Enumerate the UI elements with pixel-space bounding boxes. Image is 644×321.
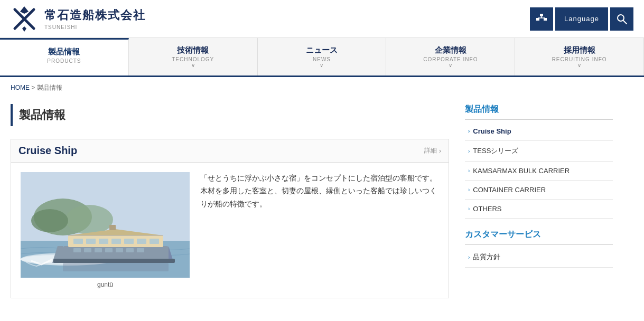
logo-icon — [11, 5, 38, 33]
sidebar-link-cruise-ship[interactable]: › Cruise Ship — [465, 122, 613, 140]
sidebar-item-cruise-ship[interactable]: › Cruise Ship — [465, 122, 613, 141]
nav-en-recruiting: RECRUITING INFO — [520, 56, 638, 62]
chevron-icon-5: › — [468, 254, 470, 260]
article-image-wrap: guntû — [21, 172, 190, 288]
nav-item-recruiting[interactable]: 採用情報 RECRUITING INFO ∨ — [515, 38, 644, 75]
sidebar-label-others: OTHERS — [473, 205, 501, 213]
chevron-icon-1: › — [468, 148, 470, 154]
sitemap-button[interactable] — [530, 7, 553, 31]
breadcrumb: HOME > 製品情報 — [0, 77, 644, 99]
nav-en-news: NEWS — [263, 56, 381, 62]
svg-rect-34 — [84, 248, 91, 252]
page-title-area: 製品情報 — [11, 104, 449, 126]
svg-rect-23 — [53, 259, 175, 263]
sidebar-link-quality[interactable]: › 品質方針 — [465, 247, 613, 267]
detail-label: 詳細 — [424, 146, 437, 155]
breadcrumb-current: 製品情報 — [37, 84, 62, 91]
sidebar-label-tess: TESSシリーズ — [473, 146, 518, 156]
article-image — [21, 172, 190, 278]
sidebar-label-kamsarmax: KAMSARMAX BULK CARRIER — [473, 167, 570, 175]
nav-list: 製品情報 PRODUCTS 技術情報 TECHNOLOGY ∨ ニュース NEW… — [0, 38, 644, 75]
nav-jp-technology: 技術情報 — [134, 45, 252, 55]
nav-link-corporate[interactable]: 企業情報 CORPORATE INFO ∨ — [386, 38, 515, 75]
logo-text-area: 常石造船株式会社 TSUNEISHI — [44, 7, 146, 30]
sidebar-customer-list: › 品質方針 — [465, 247, 613, 268]
nav-link-technology[interactable]: 技術情報 TECHNOLOGY ∨ — [129, 38, 257, 75]
sidebar-item-quality[interactable]: › 品質方針 — [465, 247, 613, 268]
svg-rect-29 — [111, 239, 121, 244]
nav-item-technology[interactable]: 技術情報 TECHNOLOGY ∨ — [129, 38, 258, 75]
logo-area: 常石造船株式会社 TSUNEISHI — [11, 5, 146, 33]
nav-arrow-corporate: ∨ — [391, 62, 509, 70]
svg-rect-31 — [137, 239, 146, 244]
sidebar-link-kamsarmax[interactable]: › KAMSARMAX BULK CARRIER — [465, 162, 613, 180]
ship-scene-svg — [21, 172, 190, 278]
chevron-icon-4: › — [468, 206, 470, 212]
page-title: 製品情報 — [19, 107, 443, 123]
company-name: 常石造船株式会社 — [44, 7, 146, 23]
article-detail-link[interactable]: 詳細 › — [424, 146, 441, 155]
svg-rect-42 — [63, 263, 169, 271]
nav-link-recruiting[interactable]: 採用情報 RECRUITING INFO ∨ — [515, 38, 643, 75]
nav-link-news[interactable]: ニュース NEWS ∨ — [258, 38, 386, 75]
sidebar-label-cruise-ship: Cruise Ship — [473, 127, 511, 135]
nav-jp-products: 製品情報 — [5, 47, 123, 57]
svg-rect-33 — [73, 248, 81, 252]
svg-rect-30 — [124, 239, 134, 244]
search-button[interactable] — [610, 7, 633, 31]
sidebar-link-container[interactable]: › CONTAINER CARRIER — [465, 181, 613, 199]
svg-rect-26 — [73, 239, 83, 244]
main-nav: 製品情報 PRODUCTS 技術情報 TECHNOLOGY ∨ ニュース NEW… — [0, 38, 644, 77]
nav-jp-corporate: 企業情報 — [391, 45, 509, 55]
content-area: 製品情報 Cruise Ship 詳細 › — [11, 104, 449, 298]
svg-rect-36 — [105, 248, 113, 252]
sidebar-item-container[interactable]: › CONTAINER CARRIER — [465, 181, 613, 200]
article-card: Cruise Ship 詳細 › — [11, 139, 449, 298]
sidebar-item-others[interactable]: › OTHERS — [465, 200, 613, 219]
svg-rect-37 — [116, 248, 123, 252]
sidebar-customer-title: カスタマーサービス — [465, 229, 613, 245]
svg-point-15 — [66, 205, 113, 234]
svg-rect-35 — [95, 248, 102, 252]
nav-jp-recruiting: 採用情報 — [520, 45, 638, 55]
sidebar-products-list: › Cruise Ship › TESSシリーズ › KAMSARMAX BUL… — [465, 122, 613, 219]
sidebar-products-title: 製品情報 — [465, 104, 613, 120]
sitemap-icon — [536, 13, 547, 25]
nav-arrow-news: ∨ — [263, 62, 381, 70]
article-text: 「せとうちに浮かぶ小さな宿」をコンセプトにした宿泊型の客船です。木材を多用した客… — [200, 172, 439, 288]
svg-rect-32 — [150, 239, 159, 244]
nav-item-corporate[interactable]: 企業情報 CORPORATE INFO ∨ — [386, 38, 515, 75]
nav-link-products[interactable]: 製品情報 PRODUCTS — [0, 40, 128, 69]
svg-rect-38 — [126, 248, 134, 252]
header-actions: Language — [530, 7, 633, 31]
sidebar-link-others[interactable]: › OTHERS — [465, 200, 613, 218]
article-header: Cruise Ship 詳細 › — [11, 139, 449, 163]
sidebar-item-tess[interactable]: › TESSシリーズ — [465, 141, 613, 162]
company-sub: TSUNEISHI — [44, 24, 146, 30]
svg-rect-5 — [540, 14, 543, 16]
sidebar: 製品情報 › Cruise Ship › TESSシリーズ › KAMSARMA… — [465, 104, 613, 298]
svg-rect-39 — [137, 248, 144, 252]
article-body: guntû 「せとうちに浮かぶ小さな宿」をコンセプトにした宿泊型の客船です。木材… — [11, 163, 449, 298]
nav-jp-news: ニュース — [263, 45, 381, 55]
svg-rect-41 — [109, 225, 116, 230]
breadcrumb-separator: > — [31, 84, 36, 91]
article-caption: guntû — [21, 281, 190, 288]
article-title: Cruise Ship — [18, 145, 77, 157]
nav-en-technology: TECHNOLOGY — [134, 56, 252, 62]
sidebar-item-kamsarmax[interactable]: › KAMSARMAX BULK CARRIER — [465, 162, 613, 181]
nav-en-corporate: CORPORATE INFO — [391, 56, 509, 62]
language-button[interactable]: Language — [555, 7, 608, 31]
nav-en-products: PRODUCTS — [5, 58, 123, 64]
chevron-icon-0: › — [468, 128, 470, 134]
sidebar-label-container: CONTAINER CARRIER — [473, 186, 546, 194]
sidebar-link-tess[interactable]: › TESSシリーズ — [465, 141, 613, 161]
svg-rect-27 — [86, 239, 96, 244]
nav-arrow-technology: ∨ — [134, 62, 252, 70]
main-layout: 製品情報 Cruise Ship 詳細 › — [0, 99, 623, 319]
nav-item-news[interactable]: ニュース NEWS ∨ — [258, 38, 387, 75]
breadcrumb-home[interactable]: HOME — [11, 84, 30, 91]
svg-point-11 — [618, 15, 624, 21]
chevron-icon-3: › — [468, 187, 470, 193]
nav-item-products[interactable]: 製品情報 PRODUCTS — [0, 38, 129, 75]
